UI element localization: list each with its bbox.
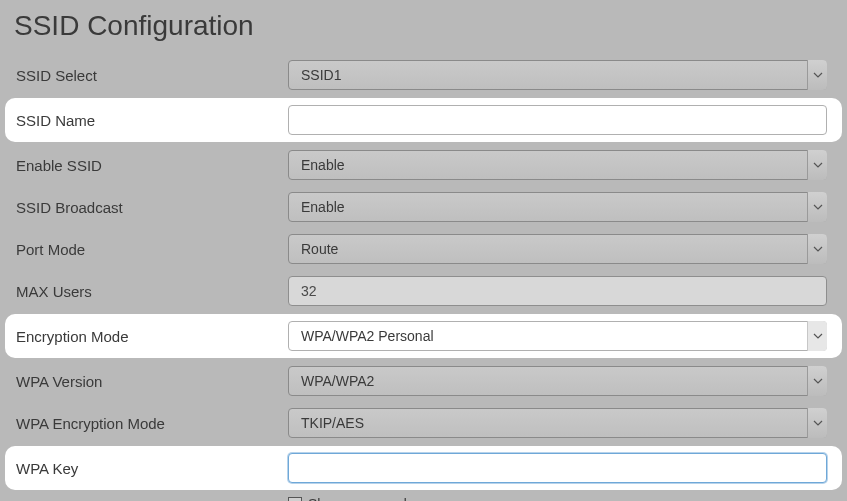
label-ssid-select: SSID Select (14, 67, 288, 84)
encryption-mode-dropdown[interactable]: WPA/WPA2 Personal (288, 321, 827, 351)
label-enable-ssid: Enable SSID (14, 157, 288, 174)
ssid-select-value: SSID1 (288, 60, 827, 90)
row-port-mode: Port Mode Route (0, 228, 847, 270)
page-title: SSID Configuration (0, 0, 847, 54)
ssid-broadcast-dropdown[interactable]: Enable (288, 192, 827, 222)
label-wpa-encrypt-mode: WPA Encryption Mode (14, 415, 288, 432)
wpa-encrypt-mode-value: TKIP/AES (288, 408, 827, 438)
show-password-label: Show password (308, 496, 407, 501)
port-mode-dropdown[interactable]: Route (288, 234, 827, 264)
label-port-mode: Port Mode (14, 241, 288, 258)
row-enable-ssid: Enable SSID Enable (0, 144, 847, 186)
wpa-version-value: WPA/WPA2 (288, 366, 827, 396)
max-users-input[interactable] (288, 276, 827, 306)
row-wpa-encrypt-mode: WPA Encryption Mode TKIP/AES (0, 402, 847, 444)
row-wpa-key: WPA Key (5, 446, 842, 490)
ssid-name-input[interactable] (288, 105, 827, 135)
label-ssid-name: SSID Name (14, 112, 288, 129)
ssid-broadcast-value: Enable (288, 192, 827, 222)
row-ssid-select: SSID Select SSID1 (0, 54, 847, 96)
ssid-select-dropdown[interactable]: SSID1 (288, 60, 827, 90)
row-ssid-name: SSID Name (5, 98, 842, 142)
wpa-key-input[interactable] (288, 453, 827, 483)
row-wpa-version: WPA Version WPA/WPA2 (0, 360, 847, 402)
label-wpa-key: WPA Key (14, 460, 288, 477)
enable-ssid-value: Enable (288, 150, 827, 180)
label-wpa-version: WPA Version (14, 373, 288, 390)
port-mode-value: Route (288, 234, 827, 264)
row-ssid-broadcast: SSID Broadcast Enable (0, 186, 847, 228)
label-max-users: MAX Users (14, 283, 288, 300)
encryption-mode-value: WPA/WPA2 Personal (288, 321, 827, 351)
label-ssid-broadcast: SSID Broadcast (14, 199, 288, 216)
row-show-password: ✓ Show password (0, 492, 847, 501)
wpa-version-dropdown[interactable]: WPA/WPA2 (288, 366, 827, 396)
row-encryption-mode: Encryption Mode WPA/WPA2 Personal (5, 314, 842, 358)
label-encryption-mode: Encryption Mode (14, 328, 288, 345)
wpa-encrypt-mode-dropdown[interactable]: TKIP/AES (288, 408, 827, 438)
show-password-checkbox[interactable]: ✓ (288, 497, 302, 501)
enable-ssid-dropdown[interactable]: Enable (288, 150, 827, 180)
row-max-users: MAX Users (0, 270, 847, 312)
